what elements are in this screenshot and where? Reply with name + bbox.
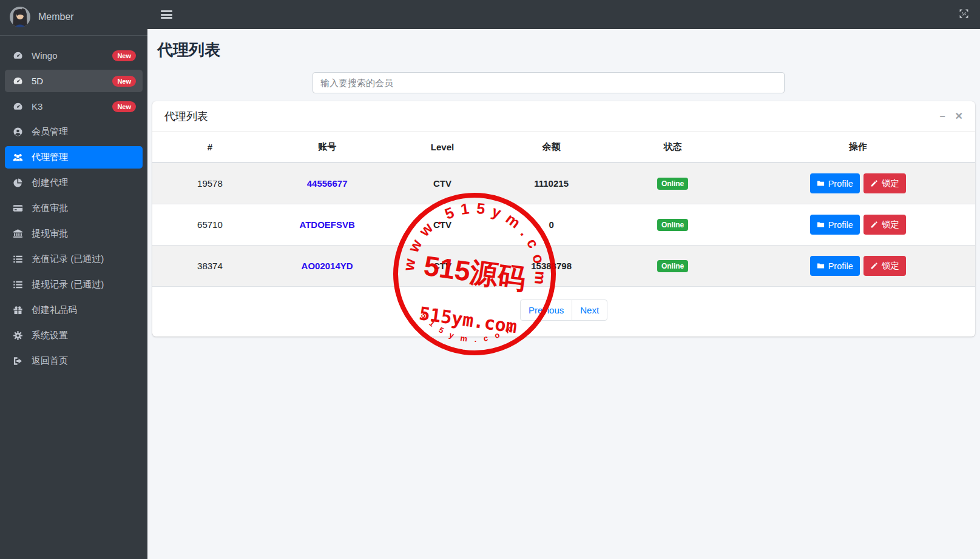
profile-button[interactable]: Profile xyxy=(810,173,860,193)
sidebar-item-label: 提现记录 (已通过) xyxy=(32,279,104,290)
card-title: 代理列表 xyxy=(164,109,208,124)
sidebar-item-k3[interactable]: K3 New xyxy=(5,95,143,118)
cell-id: 38374 xyxy=(152,246,268,287)
sidebar-item-label: 提现审批 xyxy=(32,228,68,239)
folder-icon xyxy=(817,221,825,229)
previous-page-button[interactable]: Previous xyxy=(520,300,572,321)
card-tools: − ✕ xyxy=(939,112,963,121)
status-badge: Online xyxy=(657,178,688,190)
cell-level: CTV xyxy=(387,204,498,246)
pencil-icon xyxy=(870,179,878,187)
pagination: Previous Next xyxy=(152,286,975,336)
top-navbar xyxy=(147,0,980,29)
sidebar-item-agents[interactable]: 代理管理 xyxy=(5,146,143,169)
sidebar-item-label: 系统设置 xyxy=(32,330,68,341)
lock-button-label: 锁定 xyxy=(882,178,899,189)
col-header-balance: 余额 xyxy=(498,132,604,162)
agent-table: # 账号 Level 余额 状态 操作 19578 44556677 CTV 1… xyxy=(152,132,975,286)
profile-button[interactable]: Profile xyxy=(810,215,860,235)
sidebar-item-withdraw-approval[interactable]: 提现审批 xyxy=(5,223,143,245)
avatar-image xyxy=(10,7,30,27)
profile-button-label: Profile xyxy=(828,220,853,230)
tachometer-icon xyxy=(12,50,24,61)
pie-chart-icon xyxy=(12,178,24,188)
sidebar-nav: Wingo New 5D New K3 New 会员管理 xyxy=(0,36,147,372)
sidebar-item-label: Wingo xyxy=(32,50,58,61)
main-area: 代理列表 代理列表 − ✕ # 账号 Level 余额 状态 xyxy=(147,0,980,559)
sidebar-item-label: 充值记录 (已通过) xyxy=(32,253,104,265)
avatar xyxy=(10,7,30,27)
sidebar-item-wingo[interactable]: Wingo New xyxy=(5,44,143,67)
search-input[interactable] xyxy=(313,72,785,93)
table-header-row: # 账号 Level 余额 状态 操作 xyxy=(152,132,975,162)
sidebar-item-label: 充值审批 xyxy=(32,203,68,214)
card-header: 代理列表 − ✕ xyxy=(152,101,975,132)
cell-level: CTV xyxy=(387,162,498,204)
table-row: 19578 44556677 CTV 1110215 Online Profil… xyxy=(152,162,975,204)
sidebar-item-settings[interactable]: 系统设置 xyxy=(5,324,143,347)
next-page-button[interactable]: Next xyxy=(572,300,607,321)
lock-button[interactable]: 锁定 xyxy=(863,256,906,276)
user-panel[interactable]: Member xyxy=(0,0,147,36)
content-header: 代理列表 xyxy=(147,29,980,64)
sidebar: Member Wingo New 5D New K3 New xyxy=(0,0,147,559)
account-link[interactable]: AO02014YD xyxy=(302,261,353,271)
cell-level: CTV xyxy=(387,246,498,287)
search-row xyxy=(147,72,980,93)
sidebar-item-back-home[interactable]: 返回首页 xyxy=(5,350,143,372)
lock-button[interactable]: 锁定 xyxy=(863,215,906,235)
bank-icon xyxy=(12,229,24,239)
col-header-account: 账号 xyxy=(268,132,387,162)
table-row: 65710 ATDOEFSVB CTV 0 Online Profile xyxy=(152,204,975,246)
sidebar-item-5d[interactable]: 5D New xyxy=(5,70,143,92)
close-icon[interactable]: ✕ xyxy=(955,112,963,121)
col-header-status: 状态 xyxy=(605,132,741,162)
agent-list-card: 代理列表 − ✕ # 账号 Level 余额 状态 操作 xyxy=(152,101,975,336)
tachometer-icon xyxy=(12,101,24,112)
hamburger-menu-button[interactable] xyxy=(161,10,172,19)
profile-button-label: Profile xyxy=(828,179,853,189)
col-header-level: Level xyxy=(387,132,498,162)
users-icon xyxy=(12,152,24,162)
cell-balance: 1110215 xyxy=(498,162,604,204)
sidebar-item-recharge-records[interactable]: 充值记录 (已通过) xyxy=(5,248,143,270)
sidebar-item-withdraw-records[interactable]: 提现记录 (已通过) xyxy=(5,273,143,296)
sidebar-item-label: 代理管理 xyxy=(32,152,68,163)
lock-button-label: 锁定 xyxy=(882,260,899,272)
user-name: Member xyxy=(38,12,74,22)
status-badge: Online xyxy=(657,260,688,272)
sidebar-item-create-agent[interactable]: 创建代理 xyxy=(5,172,143,194)
sidebar-item-gift-code[interactable]: 创建礼品码 xyxy=(5,299,143,321)
sidebar-item-label: K3 xyxy=(32,101,42,112)
sidebar-item-label: 创建代理 xyxy=(32,177,68,189)
fullscreen-button[interactable] xyxy=(959,8,969,21)
col-header-actions: 操作 xyxy=(740,132,975,162)
folder-icon xyxy=(817,262,825,270)
list-icon xyxy=(12,280,24,290)
expand-icon xyxy=(959,8,969,19)
sidebar-item-label: 创建礼品码 xyxy=(32,304,77,316)
cell-balance: 15388798 xyxy=(498,246,604,287)
lock-button[interactable]: 锁定 xyxy=(863,173,906,193)
sidebar-item-label: 5D xyxy=(32,76,43,86)
sidebar-item-recharge-approval[interactable]: 充值审批 xyxy=(5,197,143,219)
account-link[interactable]: 44556677 xyxy=(307,178,348,189)
sidebar-item-label: 会员管理 xyxy=(32,126,68,138)
sign-out-icon xyxy=(12,356,24,366)
minimize-icon[interactable]: − xyxy=(939,112,945,121)
new-badge: New xyxy=(112,101,136,112)
pencil-icon xyxy=(870,262,878,270)
cell-id: 65710 xyxy=(152,204,268,246)
sidebar-item-members[interactable]: 会员管理 xyxy=(5,121,143,143)
sidebar-item-label: 返回首页 xyxy=(32,355,68,367)
folder-icon xyxy=(817,179,825,187)
lock-button-label: 锁定 xyxy=(882,219,899,230)
profile-button-label: Profile xyxy=(828,261,853,271)
table-row: 38374 AO02014YD CTV 15388798 Online Prof… xyxy=(152,246,975,287)
account-link[interactable]: ATDOEFSVB xyxy=(299,219,354,230)
user-circle-icon xyxy=(12,127,24,137)
col-header-id: # xyxy=(152,132,268,162)
list-icon xyxy=(12,254,24,264)
new-badge: New xyxy=(112,76,136,87)
profile-button[interactable]: Profile xyxy=(810,256,860,276)
